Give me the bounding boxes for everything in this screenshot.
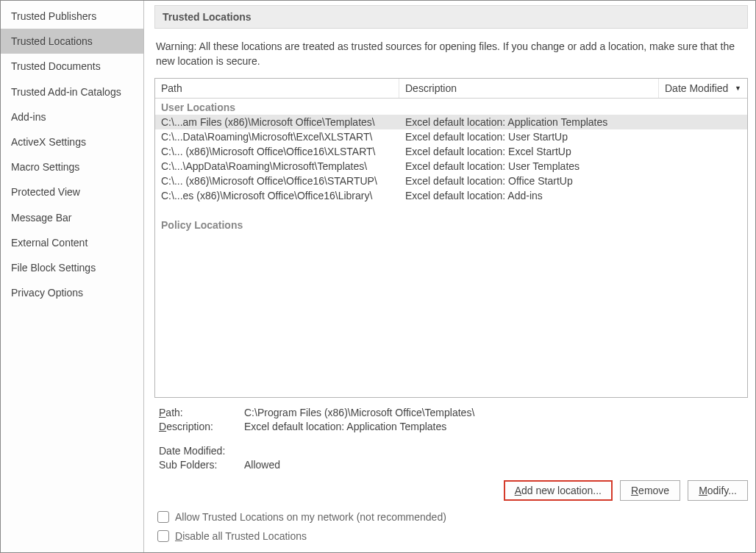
disable-all-row[interactable]: Disable all Trusted Locations bbox=[157, 530, 748, 542]
detail-subfolders-value: Allowed bbox=[244, 459, 748, 471]
column-path[interactable]: Path bbox=[155, 79, 399, 98]
cell-desc: Excel default location: Add-ins bbox=[399, 189, 659, 202]
cell-date bbox=[659, 115, 747, 129]
detail-path-label: Path: bbox=[159, 407, 244, 418]
cell-path: C:\...am Files (x86)\Microsoft Office\Te… bbox=[155, 115, 399, 129]
table-row[interactable]: C:\...es (x86)\Microsoft Office\Office16… bbox=[155, 188, 747, 203]
add-new-location-button[interactable]: Add new location... bbox=[504, 480, 613, 501]
cell-date bbox=[659, 174, 747, 188]
detail-desc-label: Description: bbox=[159, 421, 244, 432]
modify-button[interactable]: Modify... bbox=[688, 480, 748, 501]
table-row[interactable]: C:\... (x86)\Microsoft Office\Office16\X… bbox=[155, 144, 747, 159]
locations-table: Path Description Date Modified ▼ User Lo… bbox=[154, 78, 748, 398]
sort-desc-icon: ▼ bbox=[735, 85, 741, 92]
column-description[interactable]: Description bbox=[399, 79, 659, 98]
page-title: Trusted Locations bbox=[154, 5, 748, 29]
detail-subfolders-label: Sub Folders: bbox=[159, 459, 244, 471]
sidebar-item-macro-settings[interactable]: Macro Settings bbox=[1, 154, 143, 179]
cell-path: C:\...\AppData\Roaming\Microsoft\Templat… bbox=[155, 160, 399, 173]
cell-path: C:\...Data\Roaming\Microsoft\Excel\XLSTA… bbox=[155, 130, 399, 143]
details-panel: Path: C:\Program Files (x86)\Microsoft O… bbox=[154, 407, 748, 473]
cell-desc: Excel default location: Office StartUp bbox=[399, 174, 659, 188]
section-user-locations: User Locations bbox=[155, 99, 747, 115]
sidebar-item-trusted-addin-catalogs[interactable]: Trusted Add-in Catalogs bbox=[1, 79, 143, 104]
sidebar-item-file-block-settings[interactable]: File Block Settings bbox=[1, 255, 143, 280]
sidebar-item-activex-settings[interactable]: ActiveX Settings bbox=[1, 129, 143, 154]
sidebar-item-trusted-locations[interactable]: Trusted Locations bbox=[1, 29, 143, 54]
cell-date bbox=[659, 130, 747, 143]
sidebar: Trusted Publishers Trusted Locations Tru… bbox=[1, 1, 144, 552]
allow-network-row[interactable]: Allow Trusted Locations on my network (n… bbox=[157, 511, 748, 523]
table-header: Path Description Date Modified ▼ bbox=[155, 79, 747, 99]
detail-date-value bbox=[244, 445, 748, 457]
sidebar-item-privacy-options[interactable]: Privacy Options bbox=[1, 280, 143, 305]
sidebar-item-protected-view[interactable]: Protected View bbox=[1, 179, 143, 204]
cell-date bbox=[659, 189, 747, 202]
table-row[interactable]: C:\...am Files (x86)\Microsoft Office\Te… bbox=[155, 115, 747, 129]
column-date-label: Date Modified bbox=[665, 82, 728, 94]
cell-desc: Excel default location: Application Temp… bbox=[399, 115, 659, 129]
cell-path: C:\... (x86)\Microsoft Office\Office16\X… bbox=[155, 145, 399, 158]
sidebar-item-trusted-documents[interactable]: Trusted Documents bbox=[1, 54, 143, 79]
cell-date bbox=[659, 145, 747, 158]
cell-desc: Excel default location: User Templates bbox=[399, 160, 659, 173]
button-row: Add new location... Remove Modify... bbox=[154, 480, 748, 501]
cell-path: C:\...es (x86)\Microsoft Office\Office16… bbox=[155, 189, 399, 202]
sidebar-item-trusted-publishers[interactable]: Trusted Publishers bbox=[1, 4, 143, 29]
cell-path: C:\... (x86)\Microsoft Office\Office16\S… bbox=[155, 174, 399, 188]
warning-text: Warning: All these locations are treated… bbox=[156, 39, 746, 69]
column-date-modified[interactable]: Date Modified ▼ bbox=[659, 79, 747, 98]
detail-date-label: Date Modified: bbox=[159, 445, 244, 457]
sidebar-item-add-ins[interactable]: Add-ins bbox=[1, 104, 143, 129]
detail-desc-value: Excel default location: Application Temp… bbox=[244, 421, 748, 432]
table-row[interactable]: C:\...Data\Roaming\Microsoft\Excel\XLSTA… bbox=[155, 129, 747, 144]
sidebar-item-external-content[interactable]: External Content bbox=[1, 230, 143, 255]
table-row[interactable]: C:\... (x86)\Microsoft Office\Office16\S… bbox=[155, 174, 747, 188]
cell-desc: Excel default location: User StartUp bbox=[399, 130, 659, 143]
allow-network-checkbox[interactable] bbox=[157, 511, 169, 523]
disable-all-label: Disable all Trusted Locations bbox=[175, 530, 307, 542]
table-body: User Locations C:\...am Files (x86)\Micr… bbox=[155, 99, 747, 397]
remove-button[interactable]: Remove bbox=[620, 480, 680, 501]
sidebar-item-message-bar[interactable]: Message Bar bbox=[1, 205, 143, 230]
allow-network-label: Allow Trusted Locations on my network (n… bbox=[175, 511, 446, 523]
table-row[interactable]: C:\...\AppData\Roaming\Microsoft\Templat… bbox=[155, 159, 747, 174]
cell-desc: Excel default location: Excel StartUp bbox=[399, 145, 659, 158]
cell-date bbox=[659, 160, 747, 173]
detail-path-value: C:\Program Files (x86)\Microsoft Office\… bbox=[244, 407, 748, 418]
section-policy-locations: Policy Locations bbox=[155, 216, 747, 232]
main-panel: Trusted Locations Warning: All these loc… bbox=[144, 1, 755, 552]
disable-all-checkbox[interactable] bbox=[157, 530, 169, 542]
